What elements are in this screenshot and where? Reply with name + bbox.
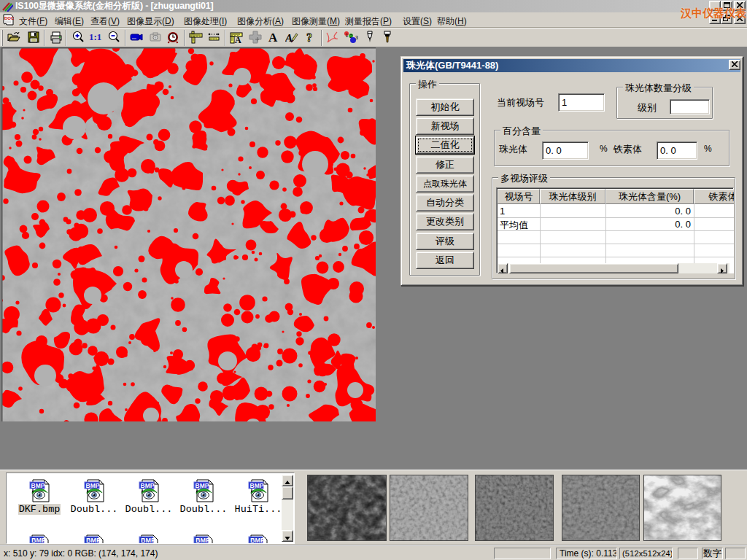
svg-text:?: ? [306, 31, 312, 44]
svg-text:A: A [268, 31, 278, 44]
svg-text:3: 3 [355, 35, 358, 40]
svg-text:BMP: BMP [141, 537, 155, 543]
svg-text:A: A [235, 35, 241, 44]
svg-text:BMP: BMP [31, 537, 46, 543]
svg-text:BMP: BMP [250, 537, 265, 543]
svg-text:1:1: 1:1 [89, 31, 101, 42]
svg-text:BMP: BMP [250, 482, 264, 489]
svg-text:BMP: BMP [86, 482, 100, 489]
svg-text:BMP: BMP [196, 537, 210, 543]
svg-text:BMP: BMP [141, 482, 155, 489]
svg-text:BMP: BMP [86, 537, 101, 543]
svg-text:BMP: BMP [196, 482, 209, 489]
svg-text:1: 1 [346, 33, 349, 38]
svg-text:BMP: BMP [31, 482, 45, 489]
svg-text:DOC: DOC [4, 16, 14, 20]
